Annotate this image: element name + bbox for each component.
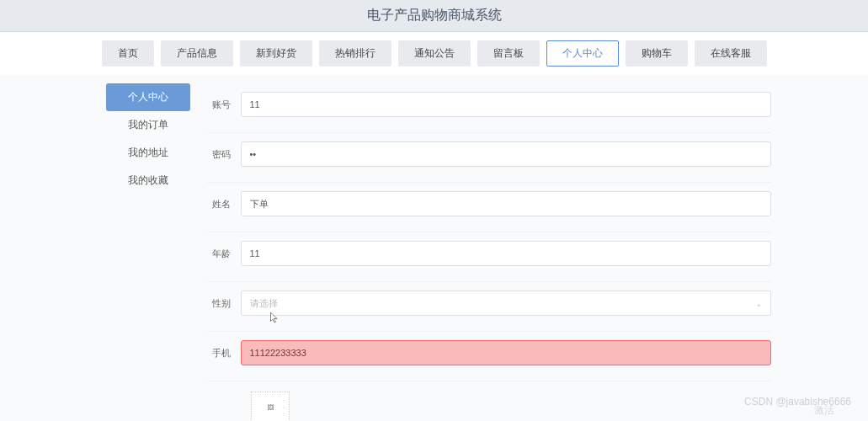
sidebar: 个人中心 我的订单 我的地址 我的收藏 [98, 83, 199, 421]
nav-notice[interactable]: 通知公告 [398, 40, 471, 67]
page-title: 电子产品购物商城系统 [0, 7, 868, 24]
form-content: 账号 密码 姓名 年龄 性别 请选择 ⌄ 手机 [199, 83, 771, 421]
password-input[interactable] [241, 141, 771, 167]
label-phone: 手机 [207, 347, 241, 360]
header: 电子产品购物商城系统 [0, 0, 868, 32]
cursor-icon [269, 311, 280, 324]
activate-watermark: 激活 [814, 403, 834, 418]
label-age: 年龄 [207, 248, 241, 260]
label-name: 姓名 [207, 198, 241, 210]
row-age: 年龄 [207, 232, 771, 282]
nav-personal[interactable]: 个人中心 [546, 40, 619, 67]
row-name: 姓名 [207, 183, 771, 232]
nav-cart[interactable]: 购物车 [626, 40, 688, 67]
label-password: 密码 [207, 148, 241, 161]
nav-hot[interactable]: 热销排行 [319, 40, 391, 67]
sidebar-item-address[interactable]: 我的地址 [106, 139, 190, 167]
label-gender: 性别 [207, 297, 241, 310]
row-phone: 手机 [207, 332, 771, 381]
gender-select[interactable]: 请选择 ⌄ [241, 290, 771, 316]
broken-image-icon: 🖼 [267, 405, 274, 412]
nav-products[interactable]: 产品信息 [161, 40, 233, 67]
sidebar-item-favorites[interactable]: 我的收藏 [106, 167, 190, 195]
nav-message[interactable]: 留言板 [477, 40, 540, 67]
sidebar-item-orders[interactable]: 我的订单 [106, 111, 190, 139]
chevron-down-icon: ⌄ [755, 299, 762, 308]
main-nav: 首页 产品信息 新到好货 热销排行 通知公告 留言板 个人中心 购物车 在线客服 [0, 32, 868, 75]
photo-upload-box[interactable]: 🖼 [251, 392, 290, 421]
name-input[interactable] [241, 191, 771, 216]
account-input[interactable] [241, 92, 771, 117]
sidebar-item-personal[interactable]: 个人中心 [106, 83, 190, 111]
nav-new[interactable]: 新到好货 [240, 40, 312, 67]
row-gender: 性别 请选择 ⌄ [207, 282, 771, 332]
age-input[interactable] [241, 241, 771, 266]
nav-service[interactable]: 在线客服 [695, 40, 767, 67]
row-account: 账号 [207, 83, 771, 133]
row-photo: 🖼 [207, 381, 771, 421]
gender-placeholder: 请选择 [250, 297, 278, 310]
nav-home[interactable]: 首页 [102, 40, 154, 67]
main-container: 个人中心 我的订单 我的地址 我的收藏 账号 密码 姓名 年龄 性别 请选择 ⌄ [98, 83, 771, 421]
label-account: 账号 [207, 99, 241, 111]
row-password: 密码 [207, 133, 771, 183]
phone-input[interactable] [241, 340, 771, 365]
